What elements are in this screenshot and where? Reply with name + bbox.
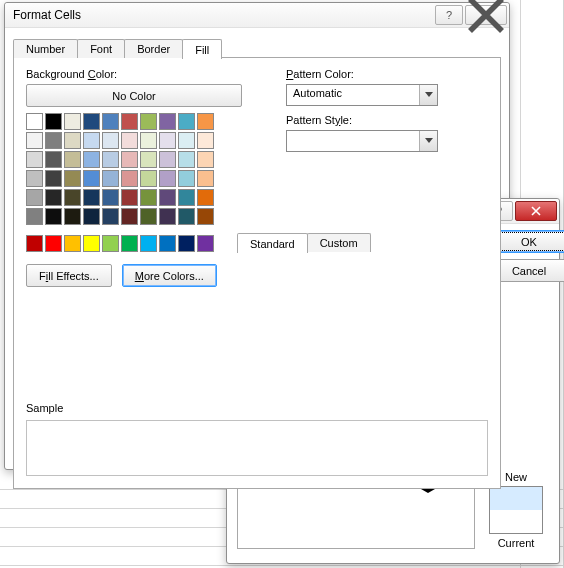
titlebar[interactable]: Format Cells ? (5, 3, 509, 28)
color-swatch[interactable] (197, 151, 214, 168)
color-swatch[interactable] (178, 189, 195, 206)
no-color-button[interactable]: No Color (26, 84, 242, 107)
color-swatch[interactable] (102, 113, 119, 130)
tab-number[interactable]: Number (13, 39, 78, 58)
color-swatch[interactable] (45, 208, 62, 225)
color-swatch[interactable] (83, 151, 100, 168)
color-swatch[interactable] (197, 189, 214, 206)
color-swatch[interactable] (178, 151, 195, 168)
new-label: New (505, 471, 527, 483)
sample-preview (26, 420, 488, 476)
close-icon (531, 206, 541, 216)
color-swatch[interactable] (102, 235, 119, 252)
color-swatch[interactable] (121, 132, 138, 149)
color-swatch[interactable] (140, 170, 157, 187)
color-swatch[interactable] (45, 151, 62, 168)
color-swatch[interactable] (121, 170, 138, 187)
color-swatch[interactable] (159, 189, 176, 206)
current-label: Current (498, 537, 535, 549)
color-swatch[interactable] (83, 235, 100, 252)
color-swatch[interactable] (140, 113, 157, 130)
color-swatch[interactable] (140, 208, 157, 225)
pattern-color-combo[interactable]: Automatic (286, 84, 438, 106)
pattern-style-combo[interactable] (286, 130, 438, 152)
color-swatch[interactable] (83, 189, 100, 206)
color-swatch[interactable] (64, 235, 81, 252)
color-swatch[interactable] (64, 189, 81, 206)
color-swatch[interactable] (102, 151, 119, 168)
color-swatch[interactable] (197, 113, 214, 130)
color-swatch[interactable] (26, 189, 43, 206)
color-swatch[interactable] (102, 208, 119, 225)
color-swatch[interactable] (26, 113, 43, 130)
dialog-title: Format Cells (13, 8, 433, 22)
color-swatch[interactable] (102, 170, 119, 187)
color-swatch[interactable] (197, 170, 214, 187)
color-swatch[interactable] (159, 132, 176, 149)
colors-tab-strip: Standard Custom (237, 230, 475, 252)
color-swatch[interactable] (140, 132, 157, 149)
standard-color-palette (26, 235, 256, 252)
tab-standard[interactable]: Standard (237, 233, 308, 253)
background-color-label: Background Color: (26, 68, 256, 80)
color-swatch[interactable] (45, 235, 62, 252)
color-swatch[interactable] (140, 189, 157, 206)
color-swatch[interactable] (45, 189, 62, 206)
color-preview (489, 486, 543, 534)
fill-effects-button[interactable]: Fill Effects... (26, 264, 112, 287)
color-swatch[interactable] (159, 208, 176, 225)
color-swatch[interactable] (83, 132, 100, 149)
tab-strip: Number Font Border Fill (13, 36, 501, 58)
color-swatch[interactable] (178, 235, 195, 252)
color-swatch[interactable] (26, 170, 43, 187)
color-swatch[interactable] (64, 132, 81, 149)
color-swatch[interactable] (178, 132, 195, 149)
close-button[interactable] (515, 201, 557, 221)
color-swatch[interactable] (159, 235, 176, 252)
color-swatch[interactable] (140, 235, 157, 252)
color-swatch[interactable] (159, 151, 176, 168)
color-swatch[interactable] (178, 208, 195, 225)
color-swatch[interactable] (45, 113, 62, 130)
color-swatch[interactable] (178, 113, 195, 130)
color-swatch[interactable] (121, 151, 138, 168)
color-swatch[interactable] (26, 132, 43, 149)
color-swatch[interactable] (121, 208, 138, 225)
color-swatch[interactable] (197, 132, 214, 149)
color-swatch[interactable] (102, 132, 119, 149)
pattern-color-label: Pattern Color: (286, 68, 438, 80)
color-swatch[interactable] (83, 170, 100, 187)
color-swatch[interactable] (121, 113, 138, 130)
color-swatch[interactable] (26, 151, 43, 168)
color-swatch[interactable] (26, 208, 43, 225)
color-swatch[interactable] (26, 235, 43, 252)
color-swatch[interactable] (159, 113, 176, 130)
color-swatch[interactable] (197, 208, 214, 225)
sample-label: Sample (26, 402, 63, 414)
color-swatch[interactable] (64, 208, 81, 225)
color-swatch[interactable] (178, 170, 195, 187)
pattern-color-value: Automatic (287, 85, 419, 105)
tab-fill[interactable]: Fill (182, 39, 222, 59)
color-swatch[interactable] (159, 170, 176, 187)
close-button[interactable] (465, 5, 507, 25)
tab-custom[interactable]: Custom (307, 233, 371, 252)
color-swatch[interactable] (121, 235, 138, 252)
color-swatch[interactable] (45, 132, 62, 149)
color-swatch[interactable] (45, 170, 62, 187)
color-swatch[interactable] (83, 113, 100, 130)
tab-border[interactable]: Border (124, 39, 183, 58)
color-swatch[interactable] (121, 189, 138, 206)
color-swatch[interactable] (102, 189, 119, 206)
color-swatch[interactable] (64, 151, 81, 168)
pattern-style-label: Pattern Style: (286, 114, 438, 126)
color-swatch[interactable] (64, 113, 81, 130)
color-swatch[interactable] (83, 208, 100, 225)
color-swatch[interactable] (64, 170, 81, 187)
help-button[interactable]: ? (435, 5, 463, 25)
pattern-style-value (287, 131, 419, 151)
color-swatch[interactable] (140, 151, 157, 168)
more-colors-button[interactable]: More Colors... (122, 264, 217, 287)
tab-font[interactable]: Font (77, 39, 125, 58)
color-swatch[interactable] (197, 235, 214, 252)
